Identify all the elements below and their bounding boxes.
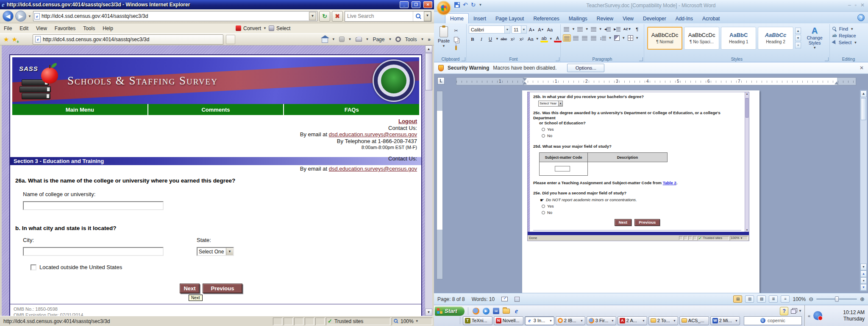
tab-page-layout[interactable]: Page Layout (491, 14, 529, 23)
previous-button[interactable]: Previous (203, 284, 242, 293)
task-firefox-group[interactable]: 3 Fir...▼ (587, 316, 616, 325)
zoom-out-icon[interactable]: ⊖ (809, 296, 813, 302)
word-vertical-scrollbar[interactable]: ▲ ▼ ▲ ● ▼ (860, 90, 867, 291)
tab-stop-selector[interactable]: L (437, 77, 445, 84)
superscript-button[interactable]: x2 (518, 35, 526, 42)
right-indent-marker[interactable] (835, 82, 839, 84)
outline-view-button[interactable]: ≣ (769, 295, 778, 303)
menu-favorites[interactable]: Favorites (51, 24, 79, 33)
nav-comments[interactable]: Comments (148, 104, 284, 115)
menu-view[interactable]: View (32, 24, 51, 33)
numbering-button[interactable] (576, 25, 584, 33)
shading-button[interactable] (613, 34, 620, 42)
styles-more-icon[interactable]: ≡ (795, 42, 801, 48)
style-heading2[interactable]: AaBbCc Heading 2 (758, 27, 793, 50)
browse-previous-icon[interactable]: ▲ (860, 270, 867, 277)
security-bar-close-icon[interactable]: ✕ (860, 65, 864, 71)
styles-scroll-up-icon[interactable]: ▲ (795, 28, 801, 34)
rss-feed-icon[interactable] (339, 37, 345, 42)
align-right-button[interactable] (581, 34, 589, 42)
first-line-indent-marker[interactable] (523, 78, 527, 81)
logout-link[interactable]: Logout (398, 118, 417, 124)
tab-home[interactable]: Home (445, 13, 469, 23)
word-scroll-down-icon[interactable]: ▼ (860, 264, 867, 270)
add-favorite-icon[interactable]: ★ (11, 36, 17, 43)
quicklaunch-ie-icon[interactable]: e (512, 307, 520, 315)
word-restore-button[interactable]: ▫ (855, 2, 857, 8)
cut-button[interactable]: ✂ (452, 28, 460, 34)
subscript-button[interactable]: x2 (509, 35, 517, 42)
task-acs-folder[interactable]: ACS_... (679, 316, 709, 325)
task-ibm-group[interactable]: 2 IB...▼ (556, 316, 585, 325)
strikethrough-button[interactable]: abe (500, 35, 508, 42)
tab-acrobat[interactable]: Acrobat (698, 14, 724, 23)
web-layout-view-button[interactable]: ▧ (757, 295, 766, 303)
tab-add-ins[interactable]: Add-Ins (671, 14, 698, 23)
sort-button[interactable]: AZ▼ (623, 25, 632, 33)
spellcheck-icon[interactable] (501, 297, 508, 301)
start-button[interactable]: Start (435, 306, 465, 316)
zoom-dropdown-icon[interactable]: ▼ (415, 319, 419, 323)
word-minimize-button[interactable]: – (848, 2, 851, 8)
highlight-button[interactable]: ab (540, 35, 548, 42)
quicklaunch-mail-icon[interactable]: ✉ (492, 307, 500, 315)
macro-record-icon[interactable] (515, 297, 520, 302)
tab-view[interactable]: View (618, 14, 638, 23)
paste-button[interactable]: Paste ▼ (438, 26, 450, 51)
zoom-control[interactable]: 100% ▼ (392, 318, 432, 325)
fullscreen-view-button[interactable]: ▥ (745, 295, 754, 303)
clipboard-launcher-icon[interactable] (462, 57, 465, 61)
paragraph-launcher-icon[interactable] (639, 57, 643, 61)
ie-vertical-scrollbar[interactable]: ▲ ▼ (425, 45, 432, 316)
menu-edit[interactable]: Edit (16, 24, 32, 33)
select-button[interactable]: Select▼ (832, 40, 865, 45)
tools-menu-button[interactable]: Tools (405, 37, 417, 42)
style-no-spacing[interactable]: AaBbCcDc ¶ No Spaci... (684, 27, 719, 50)
menu-file[interactable]: File (0, 24, 16, 33)
justify-button[interactable] (590, 34, 598, 42)
styles-scroll-down-icon[interactable]: ▼ (795, 35, 801, 41)
live-search-box[interactable]: Live Search ▼ (345, 11, 431, 22)
browser-tab[interactable]: e http://idc4.ssd.census.gov:4014/sasstq… (33, 34, 223, 45)
zoom-in-icon[interactable]: ⊕ (860, 296, 865, 302)
nav-main-menu[interactable]: Main Menu (12, 104, 148, 115)
task-texniccenter[interactable]: TTeXni... (463, 316, 492, 325)
document-page[interactable]: 25b. In what year did you receive your b… (522, 90, 760, 293)
next-button[interactable]: Next (180, 284, 200, 293)
scroll-thumb[interactable] (425, 53, 432, 90)
word-count[interactable]: Words: 10 (472, 296, 495, 302)
multilevel-list-button[interactable] (590, 25, 598, 33)
word-zoom-level[interactable]: 100% (793, 296, 806, 302)
print-dropdown-icon[interactable]: ▼ (366, 37, 369, 41)
select-button[interactable]: Select (276, 25, 290, 31)
help-icon[interactable]: ? (857, 14, 865, 21)
feed-dropdown-icon[interactable]: ▼ (348, 37, 352, 41)
tab-developer[interactable]: Developer (638, 14, 671, 23)
task-novell[interactable]: NNovell... (494, 316, 523, 325)
city-input[interactable] (23, 247, 164, 256)
forward-button[interactable]: ▶ (15, 11, 26, 22)
print-icon[interactable] (356, 37, 362, 42)
zoom-slider-thumb[interactable] (835, 296, 839, 302)
more-toolbar-icon[interactable]: » (428, 37, 431, 42)
address-field[interactable]: e http://idc4.ssd.census.gov:4014/sasstq… (33, 11, 317, 21)
find-button[interactable]: Find▼ (832, 26, 865, 31)
home-dropdown-icon[interactable]: ▼ (332, 37, 335, 41)
zoom-slider[interactable] (816, 298, 857, 300)
decrease-indent-button[interactable]: ◂ (604, 25, 612, 33)
page-indicator[interactable]: Page: 8 of 8 (437, 296, 465, 302)
state-dropdown-icon[interactable]: ▼ (226, 248, 233, 255)
address-url[interactable]: http://idc4.ssd.census.gov:4014/sasstq/s… (42, 13, 307, 19)
tab-review[interactable]: Review (592, 14, 618, 23)
underline-button[interactable]: U (487, 35, 494, 42)
word-scroll-up-icon[interactable]: ▲ (860, 90, 867, 97)
clear-formatting-button[interactable]: Aa (546, 26, 554, 33)
zoom-level[interactable]: 100% (401, 318, 414, 324)
align-left-button[interactable] (563, 34, 571, 42)
style-normal[interactable]: AaBbCcDc ¶ Normal (647, 27, 682, 50)
state-select[interactable]: Select One ▼ (197, 247, 234, 256)
search-placeholder[interactable]: Live Search (345, 13, 413, 19)
grow-font-button[interactable]: A▲ (528, 26, 536, 33)
search-icon[interactable] (413, 11, 424, 21)
copernic-search-box[interactable]: c copernic (744, 316, 802, 325)
